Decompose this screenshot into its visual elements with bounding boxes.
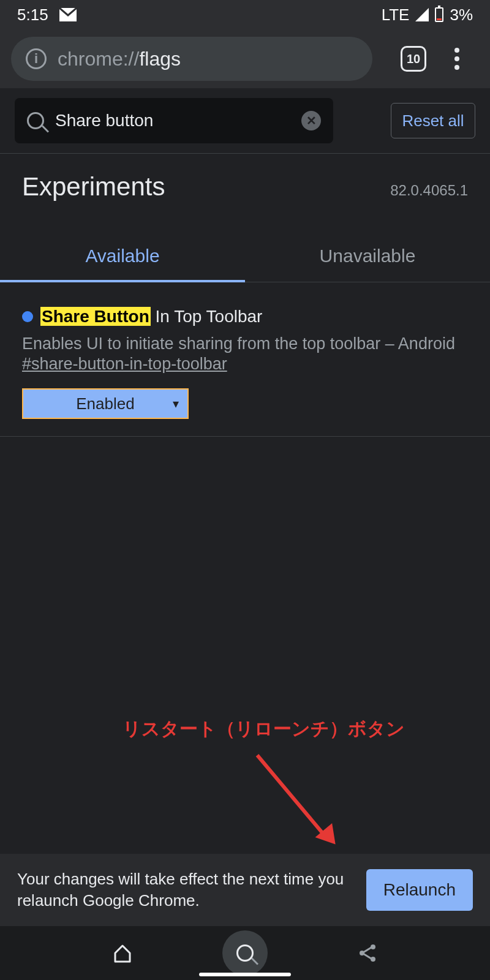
flag-title-highlight: Share Button	[40, 307, 151, 326]
nav-search-button[interactable]	[222, 930, 268, 976]
search-icon	[27, 112, 44, 129]
gmail-icon	[59, 8, 77, 21]
status-bar: 5:15 LTE 3%	[0, 0, 490, 29]
network-label: LTE	[382, 6, 410, 24]
relaunch-button[interactable]: Relaunch	[366, 869, 473, 911]
tab-switcher-button[interactable]: 10	[401, 46, 426, 72]
search-icon	[236, 944, 254, 962]
reset-all-button[interactable]: Reset all	[391, 103, 475, 138]
relaunch-bar: Your changes will take effect the next t…	[0, 854, 490, 926]
page-info-icon[interactable]: i	[26, 48, 47, 69]
svg-line-4	[363, 948, 371, 952]
relaunch-message: Your changes will take effect the next t…	[17, 869, 354, 911]
flags-search-input[interactable]: Share button ✕	[15, 98, 333, 143]
annotation-arrow-icon	[257, 753, 361, 757]
tab-available[interactable]: Available	[0, 232, 245, 282]
clear-search-icon[interactable]: ✕	[301, 111, 321, 130]
gesture-bar[interactable]	[199, 973, 291, 976]
flag-hash: #share-button-in-top-toolbar	[22, 355, 468, 374]
flag-state-select[interactable]: Enabled	[22, 388, 189, 419]
status-time: 5:15	[17, 6, 48, 24]
system-nav-bar	[0, 926, 490, 980]
battery-icon	[435, 7, 443, 22]
page-title: Experiments	[22, 172, 165, 202]
svg-line-5	[363, 954, 371, 959]
flag-entry: Share Button In Top Toolbar Enables UI t…	[0, 282, 490, 437]
tab-count: 10	[407, 52, 420, 66]
tab-unavailable[interactable]: Unavailable	[245, 232, 490, 282]
battery-percent: 3%	[450, 6, 473, 24]
signal-icon	[415, 8, 429, 21]
annotation-text: リスタート（リローンチ）ボタン	[123, 717, 466, 742]
omnibox[interactable]: i chrome://flags	[11, 37, 372, 81]
overflow-menu-icon[interactable]	[454, 48, 459, 70]
search-value: Share button	[55, 111, 290, 130]
tab-strip: Available Unavailable	[0, 232, 490, 282]
flag-title-rest: In Top Toolbar	[151, 307, 263, 326]
browser-toolbar: i chrome://flags 10	[0, 29, 490, 88]
url-text: chrome://flags	[58, 48, 181, 70]
share-icon[interactable]	[357, 943, 378, 963]
home-icon[interactable]	[113, 943, 132, 963]
flag-description: Enables UI to initiate sharing from the …	[22, 333, 468, 355]
svg-point-3	[371, 957, 375, 962]
version-label: 82.0.4065.1	[390, 182, 468, 199]
annotation-callout: リスタート（リローンチ）ボタン	[123, 717, 466, 742]
svg-point-2	[371, 944, 375, 949]
modified-dot-icon	[22, 311, 33, 322]
